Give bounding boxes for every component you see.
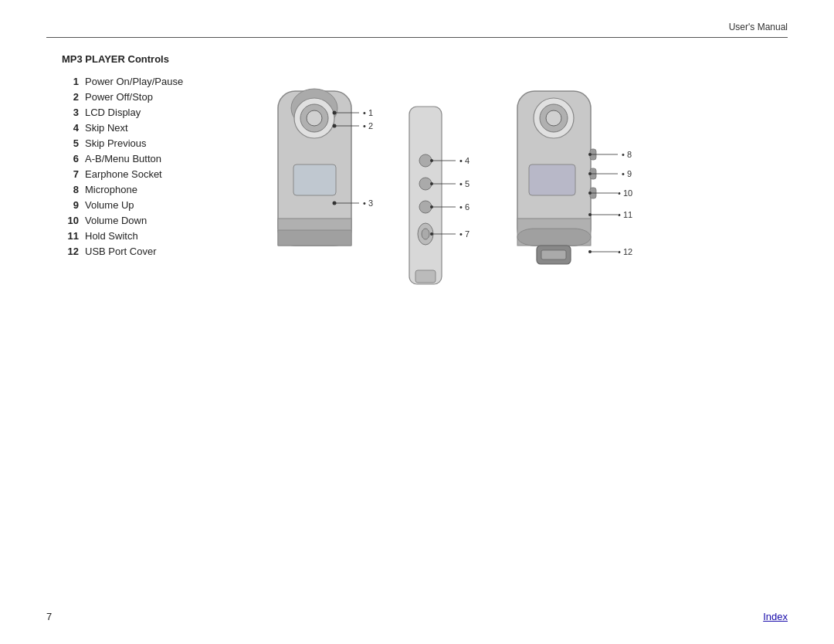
page-number: 7	[46, 611, 52, 622]
diagram-area: • 1 • 2 • 3	[263, 76, 788, 369]
svg-text:• 9: • 9	[622, 169, 632, 178]
svg-rect-40	[529, 164, 575, 195]
svg-text:• 8: • 8	[622, 150, 632, 159]
control-number: 12	[62, 246, 79, 257]
svg-point-39	[546, 110, 561, 126]
list-item: 9Volume Up	[62, 199, 263, 211]
control-number: 8	[62, 184, 79, 195]
svg-rect-17	[409, 107, 442, 284]
control-label: Volume Up	[85, 199, 134, 211]
control-label: Power Off/Stop	[85, 91, 153, 103]
list-item: 3LCD Display	[62, 107, 263, 118]
svg-point-52	[588, 172, 592, 175]
list-item: 2Power Off/Stop	[62, 91, 263, 103]
control-number: 7	[62, 168, 79, 180]
content: MP3 PLAYER Controls 1Power On/Play/Pause…	[46, 53, 788, 369]
svg-point-15	[333, 202, 337, 205]
page: User's Manual MP3 PLAYER Controls 1Power…	[0, 0, 834, 644]
control-label: A-B/Menu Button	[85, 153, 161, 164]
control-number: 2	[62, 91, 79, 103]
control-label: Hold Switch	[85, 230, 138, 242]
svg-text:• 4: • 4	[459, 156, 470, 165]
list-item: 5Skip Previous	[62, 137, 263, 149]
svg-text:• 7: • 7	[459, 229, 470, 239]
index-link[interactable]: Index	[763, 611, 788, 622]
control-label: Volume Down	[85, 215, 147, 226]
list-item: 1Power On/Play/Pause	[62, 76, 263, 87]
svg-point-12	[333, 124, 337, 128]
footer: 7 Index	[46, 611, 788, 622]
svg-point-20	[419, 178, 432, 190]
svg-point-58	[588, 213, 592, 216]
header: User's Manual	[46, 0, 788, 38]
control-label: USB Port Cover	[85, 246, 156, 257]
svg-point-25	[430, 159, 433, 162]
control-number: 9	[62, 199, 79, 211]
control-label: Microphone	[85, 184, 137, 195]
control-label: Earphone Socket	[85, 168, 162, 180]
list-item: 6A-B/Menu Button	[62, 153, 263, 164]
list-item: 4Skip Next	[62, 122, 263, 134]
control-number: 3	[62, 107, 79, 118]
svg-rect-18	[415, 270, 436, 283]
svg-text:• 10: • 10	[618, 188, 632, 198]
control-number: 10	[62, 215, 79, 226]
svg-point-19	[419, 154, 432, 167]
two-col-layout: 1Power On/Play/Pause2Power Off/Stop3LCD …	[62, 76, 788, 369]
control-label: Power On/Play/Pause	[85, 76, 183, 87]
list-item: 11Hold Switch	[62, 230, 263, 242]
control-label: Skip Previous	[85, 137, 146, 149]
list-item: 8Microphone	[62, 184, 263, 195]
control-number: 11	[62, 230, 79, 242]
list-item: 12USB Port Cover	[62, 246, 263, 257]
svg-point-23	[422, 229, 429, 239]
control-number: 4	[62, 122, 79, 134]
svg-text:• 6: • 6	[459, 202, 470, 212]
svg-text:• 11: • 11	[618, 210, 632, 219]
svg-point-4	[307, 110, 322, 126]
control-label: LCD Display	[85, 107, 141, 118]
svg-point-28	[430, 182, 433, 185]
device-diagram: • 1 • 2 • 3	[263, 76, 664, 369]
control-label: Skip Next	[85, 122, 128, 134]
svg-rect-5	[293, 164, 336, 195]
list-item: 7Earphone Socket	[62, 168, 263, 180]
svg-rect-44	[541, 250, 566, 259]
svg-text:• 5: • 5	[459, 179, 470, 188]
svg-text:• 1: • 1	[363, 108, 373, 117]
control-number: 6	[62, 153, 79, 164]
section-title: MP3 PLAYER Controls	[62, 53, 788, 65]
list-item: 10Volume Down	[62, 215, 263, 226]
svg-point-49	[588, 153, 592, 156]
svg-point-21	[419, 201, 432, 213]
control-number: 5	[62, 137, 79, 149]
svg-rect-7	[278, 230, 351, 246]
svg-point-34	[430, 232, 433, 236]
header-title: User's Manual	[729, 22, 788, 32]
svg-text:• 2: • 2	[363, 121, 373, 130]
svg-point-31	[430, 205, 433, 208]
svg-rect-42	[517, 229, 591, 246]
controls-list: 1Power On/Play/Pause2Power Off/Stop3LCD …	[62, 76, 263, 369]
svg-text:• 12: • 12	[618, 247, 632, 256]
svg-point-55	[588, 192, 592, 195]
svg-point-61	[588, 250, 592, 253]
svg-point-9	[333, 111, 337, 115]
control-number: 1	[62, 76, 79, 87]
svg-text:• 3: • 3	[363, 198, 373, 208]
